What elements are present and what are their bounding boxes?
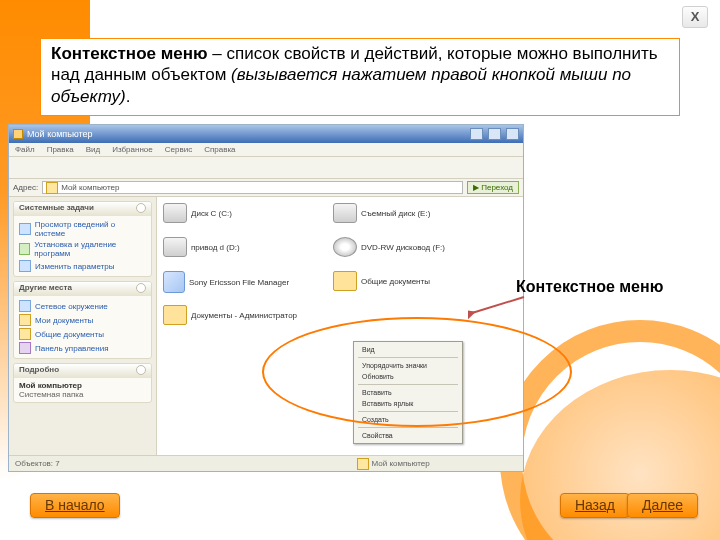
- drive-item[interactable]: привод d (D:): [163, 237, 240, 257]
- folder-icon: [19, 328, 31, 340]
- side-panel: Системные задачи Просмотр сведений о сис…: [9, 197, 157, 455]
- status-left: Объектов: 7: [15, 459, 262, 468]
- definition-term: Контекстное меню: [51, 44, 208, 63]
- toolbar[interactable]: [9, 157, 523, 179]
- collapse-icon[interactable]: [136, 365, 146, 375]
- separator: [358, 427, 458, 428]
- computer-icon: [357, 458, 369, 470]
- network-icon: [19, 300, 31, 312]
- drive-item[interactable]: Документы - Администратор: [163, 305, 297, 325]
- drive-item[interactable]: DVD-RW дисковод (F:): [333, 237, 445, 257]
- menu-help[interactable]: Справка: [204, 145, 235, 154]
- folder-icon: [163, 305, 187, 325]
- explorer-window: Мой компьютер Файл Правка Вид Избранное …: [8, 124, 524, 472]
- side-group-details: Подробно Мой компьютер Системная папка: [13, 363, 152, 403]
- ctx-item[interactable]: Обновить: [354, 371, 462, 382]
- place-link[interactable]: Панель управления: [19, 341, 146, 355]
- side-group-tasks: Системные задачи Просмотр сведений о сис…: [13, 201, 152, 277]
- manager-icon: [163, 271, 185, 293]
- ctx-item[interactable]: Вид: [354, 344, 462, 355]
- folder-icon: [19, 314, 31, 326]
- close-button[interactable]: X: [682, 6, 708, 28]
- minimize-button[interactable]: [470, 128, 483, 140]
- task-link[interactable]: Установка и удаление программ: [19, 239, 146, 259]
- folder-icon: [333, 271, 357, 291]
- separator: [358, 411, 458, 412]
- hdd-icon: [163, 203, 187, 223]
- status-bar: Объектов: 7 Мой компьютер: [9, 455, 523, 471]
- ctx-item[interactable]: Создать: [354, 414, 462, 425]
- menu-view[interactable]: Вид: [86, 145, 100, 154]
- ctx-item[interactable]: Упорядочить значки: [354, 360, 462, 371]
- task-link[interactable]: Изменить параметры: [19, 259, 146, 273]
- separator: [358, 384, 458, 385]
- svg-line-0: [472, 297, 524, 313]
- ctx-item[interactable]: Вставить: [354, 387, 462, 398]
- collapse-icon[interactable]: [136, 203, 146, 213]
- arrow-icon: [468, 293, 528, 319]
- hdd-icon: [163, 237, 187, 257]
- callout-label: Контекстное меню: [516, 278, 663, 296]
- address-bar[interactable]: Адрес: Мой компьютер ▶ Переход: [9, 179, 523, 197]
- menu-fav[interactable]: Избранное: [112, 145, 153, 154]
- side-group-places: Другие места Сетевое окружение Мои докум…: [13, 281, 152, 359]
- dvd-icon: [333, 237, 357, 257]
- nav-next-button[interactable]: Далее: [627, 493, 698, 518]
- address-field[interactable]: Мой компьютер: [42, 181, 463, 194]
- drive-item[interactable]: Съемный диск (E:): [333, 203, 430, 223]
- go-button[interactable]: ▶ Переход: [467, 181, 519, 194]
- info-icon: [19, 223, 31, 235]
- addremove-icon: [19, 243, 30, 255]
- drive-item[interactable]: Диск C (C:): [163, 203, 232, 223]
- status-right: Мой компьютер: [270, 458, 517, 470]
- place-link[interactable]: Общие документы: [19, 327, 146, 341]
- separator: [358, 357, 458, 358]
- settings-icon: [19, 260, 31, 272]
- maximize-button[interactable]: [488, 128, 501, 140]
- ctx-item[interactable]: Вставить ярлык: [354, 398, 462, 409]
- ctx-item[interactable]: Свойства: [354, 430, 462, 441]
- window-close-button[interactable]: [506, 128, 519, 140]
- hdd-icon: [333, 203, 357, 223]
- file-area[interactable]: Диск C (C:) Съемный диск (E:) привод d (…: [157, 197, 523, 455]
- definition-box: Контекстное меню – список свойств и дейс…: [40, 38, 680, 116]
- menu-tools[interactable]: Сервис: [165, 145, 192, 154]
- menu-file[interactable]: Файл: [15, 145, 35, 154]
- place-link[interactable]: Мои документы: [19, 313, 146, 327]
- controlpanel-icon: [19, 342, 31, 354]
- address-label: Адрес:: [13, 183, 38, 192]
- nav-start-button[interactable]: В начало: [30, 493, 120, 518]
- task-link[interactable]: Просмотр сведений о системе: [19, 219, 146, 239]
- titlebar[interactable]: Мой компьютер: [9, 125, 523, 143]
- place-link[interactable]: Сетевое окружение: [19, 299, 146, 313]
- menubar[interactable]: Файл Правка Вид Избранное Сервис Справка: [9, 143, 523, 157]
- drive-item[interactable]: Общие документы: [333, 271, 430, 291]
- app-icon: [13, 129, 23, 139]
- computer-icon: [46, 182, 58, 194]
- menu-edit[interactable]: Правка: [47, 145, 74, 154]
- window-title: Мой компьютер: [27, 129, 465, 139]
- nav-back-button[interactable]: Назад: [560, 493, 630, 518]
- collapse-icon[interactable]: [136, 283, 146, 293]
- context-menu[interactable]: Вид Упорядочить значки Обновить Вставить…: [353, 341, 463, 444]
- drive-item[interactable]: Sony Ericsson File Manager: [163, 271, 289, 293]
